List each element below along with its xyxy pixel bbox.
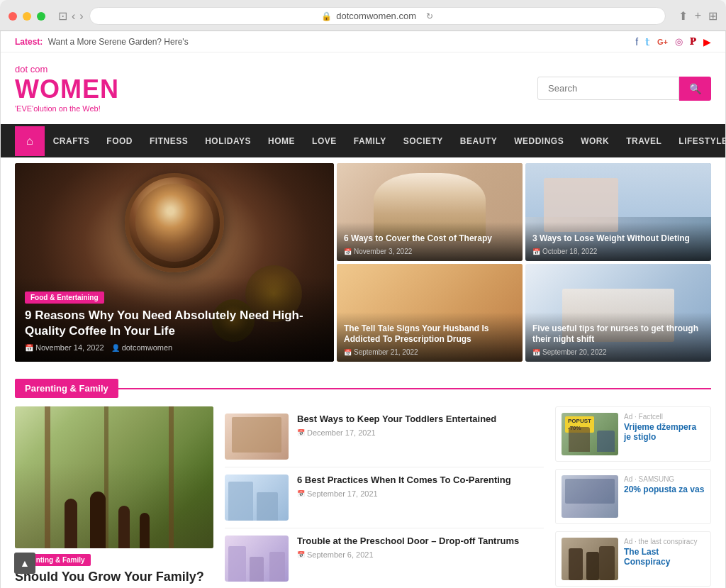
- ad-title-3: The Last Conspiracy: [624, 547, 705, 567]
- ad-item-2[interactable]: Ad · SAMSUNG 20% popusta za vas: [555, 469, 711, 524]
- site-header: dot com WOMEN 'EVE'olution on the Web! 🔍: [1, 52, 725, 124]
- ad-item-3[interactable]: Ad · the last conspiracy The Last Conspi…: [555, 531, 711, 587]
- grid-item-4[interactable]: Five useful tips for nurses to get throu…: [525, 264, 711, 362]
- share-icon[interactable]: ⬆: [678, 9, 688, 23]
- section-divider: [118, 388, 711, 389]
- grid-item-1-overlay: 6 Ways to Cover the Cost of Therapy 📅Nov…: [337, 222, 523, 261]
- maximize-button[interactable]: [37, 12, 45, 21]
- article-item-1[interactable]: Best Ways to Keep Your Toddlers Entertai…: [225, 406, 544, 467]
- parenting-section-header: Parenting & Family: [15, 379, 711, 398]
- article-thumb-2: [225, 475, 289, 521]
- social-icons: f 𝕥 G+ ◎ 𝐏 ▶: [635, 35, 711, 48]
- nav-home-button[interactable]: ⌂: [15, 126, 45, 156]
- nav-crafts[interactable]: CRAFTS: [45, 126, 99, 156]
- grid-item-1[interactable]: 6 Ways to Cover the Cost of Therapy 📅Nov…: [337, 163, 523, 261]
- instagram-icon[interactable]: ◎: [675, 36, 683, 47]
- grid-icon[interactable]: ⊞: [708, 9, 717, 23]
- featured-title: 9 Reasons Why You Need Absolutely Need H…: [25, 308, 324, 339]
- nav-items: CRAFTS FOOD FITNESS HOLIDAYS HOME LOVE F…: [45, 126, 726, 156]
- nav-work[interactable]: WORK: [572, 126, 618, 156]
- add-tab-icon[interactable]: +: [695, 9, 701, 23]
- logo[interactable]: dot com WOMEN 'EVE'olution on the Web!: [15, 64, 119, 113]
- twitter-icon[interactable]: 𝕥: [645, 36, 650, 48]
- featured-main-article[interactable]: Food & Entertaining 9 Reasons Why You Ne…: [15, 163, 334, 362]
- logo-tagline: 'EVE'olution on the Web!: [15, 104, 119, 113]
- nav-weddings[interactable]: WEDDINGS: [506, 126, 572, 156]
- article-date-2: 📅 September 17, 2021: [297, 489, 544, 498]
- youtube-icon[interactable]: ▶: [703, 36, 711, 48]
- ad-item-1[interactable]: POPUST-70% Ad · Factcell Vrijeme džemper…: [555, 406, 711, 462]
- window-icon: ⊡: [58, 9, 67, 23]
- parenting-main-image: [15, 406, 213, 548]
- article-date-1: 📅 December 17, 2021: [297, 428, 544, 437]
- grid-item-2-title: 3 Ways to Lose Weight Without Dieting: [532, 233, 704, 245]
- nav-lifestyle[interactable]: LIFESTYLE: [670, 126, 726, 156]
- parenting-section-title: Parenting & Family: [15, 379, 118, 398]
- grid-item-1-title: 6 Ways to Cover the Cost of Therapy: [344, 233, 515, 245]
- right-sidebar: POPUST-70% Ad · Factcell Vrijeme džemper…: [555, 406, 711, 588]
- url-display[interactable]: dotcomwomen.com: [336, 11, 416, 21]
- logo-dotcom: dot com: [15, 64, 119, 74]
- user-icon: 👤: [111, 344, 120, 352]
- article-thumb-1: [225, 414, 289, 460]
- article-item-2[interactable]: 6 Best Practices When It Comes To Co-Par…: [225, 467, 544, 528]
- featured-overlay: Food & Entertaining 9 Reasons Why You Ne…: [15, 277, 334, 362]
- article-date-3: 📅 September 6, 2021: [297, 550, 544, 559]
- top-bar: Latest: Want a More Serene Garden? Here'…: [1, 31, 725, 52]
- googleplus-icon[interactable]: G+: [657, 38, 668, 46]
- parenting-content: Parenting & Family Should You Grow Your …: [1, 406, 725, 588]
- grid-item-2-date: 📅October 18, 2022: [532, 248, 704, 255]
- back-button[interactable]: ‹: [72, 10, 75, 23]
- grid-item-1-date: 📅November 3, 2022: [344, 248, 515, 255]
- grid-item-2-overlay: 3 Ways to Lose Weight Without Dieting 📅O…: [525, 222, 711, 261]
- ad-title-1: Vrijeme džempera je stiglo: [624, 422, 705, 442]
- featured-category: Food & Entertaining: [25, 292, 104, 304]
- nav-home[interactable]: HOME: [259, 126, 303, 156]
- minimize-button[interactable]: [23, 12, 31, 21]
- nav-fitness[interactable]: FITNESS: [141, 126, 196, 156]
- article-title-2: 6 Best Practices When It Comes To Co-Par…: [297, 475, 544, 487]
- nav-beauty[interactable]: BEAUTY: [452, 126, 506, 156]
- reload-icon[interactable]: ↻: [426, 11, 433, 21]
- featured-date: 📅 November 14, 2022: [25, 343, 104, 352]
- grid-item-3[interactable]: The Tell Tale Signs Your Husband Is Addi…: [337, 264, 523, 362]
- search-area: 🔍: [537, 77, 711, 101]
- article-info-3: Trouble at the Preschool Door – Drop-off…: [297, 536, 544, 582]
- latest-article-link[interactable]: Want a More Serene Garden? Here's: [48, 37, 189, 47]
- search-input[interactable]: [537, 77, 679, 100]
- parenting-main-title: Should You Grow Your Family?: [15, 569, 213, 585]
- parenting-main-area: Parenting & Family Should You Grow Your …: [15, 406, 544, 588]
- grid-item-4-title: Five useful tips for nurses to get throu…: [532, 323, 704, 345]
- article-thumb-3: [225, 536, 289, 582]
- logo-women: WOMEN: [15, 74, 119, 104]
- nav-food[interactable]: FOOD: [98, 126, 141, 156]
- featured-grid: 6 Ways to Cover the Cost of Therapy 📅Nov…: [337, 163, 711, 362]
- nav-holidays[interactable]: HOLIDAYS: [196, 126, 259, 156]
- nav-society[interactable]: SOCIETY: [395, 126, 452, 156]
- pinterest-icon[interactable]: 𝐏: [690, 35, 696, 48]
- article-info-1: Best Ways to Keep Your Toddlers Entertai…: [297, 414, 544, 460]
- ad-title-2: 20% popusta za vas: [624, 484, 705, 494]
- nav-travel[interactable]: TRAVEL: [618, 126, 670, 156]
- nav-family[interactable]: FAMILY: [345, 126, 395, 156]
- grid-item-3-overlay: The Tell Tale Signs Your Husband Is Addi…: [337, 312, 523, 362]
- scroll-top-button[interactable]: ▲: [14, 553, 35, 574]
- grid-item-4-date: 📅September 20, 2022: [532, 348, 704, 356]
- article-item-3[interactable]: Trouble at the Preschool Door – Drop-off…: [225, 528, 544, 588]
- latest-bar: Latest: Want a More Serene Garden? Here'…: [15, 37, 189, 47]
- search-button[interactable]: 🔍: [679, 77, 711, 101]
- article-title-3: Trouble at the Preschool Door – Drop-off…: [297, 536, 544, 548]
- main-nav: ⌂ CRAFTS FOOD FITNESS HOLIDAYS HOME LOVE…: [1, 124, 725, 157]
- facebook-icon[interactable]: f: [635, 36, 638, 48]
- featured-section: Food & Entertaining 9 Reasons Why You Ne…: [1, 157, 725, 367]
- grid-item-3-title: The Tell Tale Signs Your Husband Is Addi…: [344, 323, 515, 345]
- forward-button[interactable]: ›: [79, 10, 83, 23]
- nav-love[interactable]: LOVE: [303, 126, 345, 156]
- lock-icon: 🔒: [321, 11, 332, 21]
- calendar-icon: 📅: [25, 344, 33, 352]
- parenting-main-article[interactable]: Parenting & Family Should You Grow Your …: [15, 406, 213, 588]
- featured-author: 👤 dotcomwomen: [111, 343, 173, 352]
- article-info-2: 6 Best Practices When It Comes To Co-Par…: [297, 475, 544, 521]
- grid-item-2[interactable]: 3 Ways to Lose Weight Without Dieting 📅O…: [525, 163, 711, 261]
- close-button[interactable]: [9, 12, 17, 21]
